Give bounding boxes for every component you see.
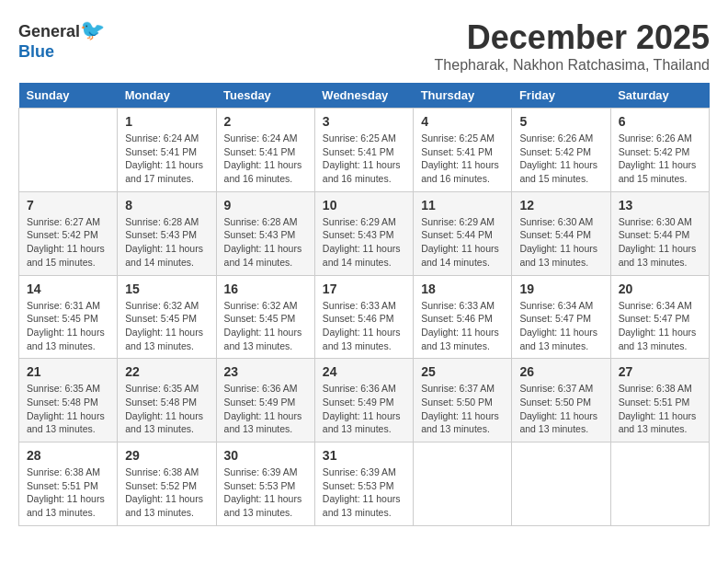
cell-0-2: 2Sunrise: 6:24 AMSunset: 5:41 PMDaylight… [216, 109, 314, 192]
cell-info-3: Sunrise: 6:25 AMSunset: 5:41 PMDaylight:… [323, 132, 405, 186]
day-number-29: 29 [125, 448, 208, 463]
cell-info-13: Sunrise: 6:30 AMSunset: 5:44 PMDaylight:… [619, 215, 701, 270]
cell-4-2: 30Sunrise: 6:39 AMSunset: 5:53 PMDayligh… [216, 442, 314, 526]
day-number-23: 23 [224, 364, 307, 379]
cell-0-1: 1Sunrise: 6:24 AMSunset: 5:41 PMDaylight… [118, 109, 216, 192]
cell-info-31: Sunrise: 6:39 AMSunset: 5:53 PMDaylight:… [323, 465, 405, 520]
cell-4-6 [610, 442, 709, 526]
cell-info-1: Sunrise: 6:24 AMSunset: 5:41 PMDaylight:… [125, 132, 208, 186]
cell-0-0 [19, 109, 118, 192]
cell-info-16: Sunrise: 6:32 AMSunset: 5:45 PMDaylight:… [224, 299, 307, 353]
logo-bird-icon: 🐦 [80, 18, 105, 41]
cell-4-3: 31Sunrise: 6:39 AMSunset: 5:53 PMDayligh… [314, 442, 413, 526]
cell-4-1: 29Sunrise: 6:38 AMSunset: 5:52 PMDayligh… [118, 442, 216, 526]
day-number-22: 22 [125, 364, 208, 379]
logo: General🐦 Blue [18, 18, 105, 62]
cell-info-28: Sunrise: 6:38 AMSunset: 5:51 PMDaylight:… [27, 465, 109, 520]
day-number-18: 18 [421, 282, 504, 296]
cell-info-29: Sunrise: 6:38 AMSunset: 5:52 PMDaylight:… [125, 465, 208, 520]
day-number-27: 27 [619, 364, 701, 379]
cell-info-26: Sunrise: 6:37 AMSunset: 5:50 PMDaylight:… [519, 382, 602, 436]
day-number-4: 4 [421, 114, 504, 129]
cell-info-30: Sunrise: 6:39 AMSunset: 5:53 PMDaylight:… [224, 465, 307, 520]
day-number-1: 1 [125, 114, 208, 129]
day-number-17: 17 [323, 282, 405, 296]
cell-info-14: Sunrise: 6:31 AMSunset: 5:45 PMDaylight:… [27, 299, 109, 353]
cell-1-5: 12Sunrise: 6:30 AMSunset: 5:44 PMDayligh… [512, 191, 610, 275]
cell-2-0: 14Sunrise: 6:31 AMSunset: 5:45 PMDayligh… [19, 275, 118, 359]
day-number-26: 26 [519, 364, 602, 379]
month-title: December 2025 [435, 18, 710, 57]
cell-4-4 [414, 442, 512, 526]
cell-2-4: 18Sunrise: 6:33 AMSunset: 5:46 PMDayligh… [414, 275, 512, 359]
cell-info-10: Sunrise: 6:29 AMSunset: 5:43 PMDaylight:… [323, 215, 405, 270]
logo-general: General [18, 22, 80, 40]
cell-2-1: 15Sunrise: 6:32 AMSunset: 5:45 PMDayligh… [118, 275, 216, 359]
cell-1-6: 13Sunrise: 6:30 AMSunset: 5:44 PMDayligh… [610, 191, 709, 275]
cell-0-4: 4Sunrise: 6:25 AMSunset: 5:41 PMDaylight… [414, 109, 512, 192]
header-tuesday: Tuesday [216, 83, 314, 109]
week-row-1: 7Sunrise: 6:27 AMSunset: 5:42 PMDaylight… [19, 191, 710, 275]
day-number-11: 11 [421, 198, 504, 213]
day-number-21: 21 [27, 364, 109, 379]
cell-1-3: 10Sunrise: 6:29 AMSunset: 5:43 PMDayligh… [314, 191, 413, 275]
cell-info-9: Sunrise: 6:28 AMSunset: 5:43 PMDaylight:… [224, 215, 307, 270]
cell-info-4: Sunrise: 6:25 AMSunset: 5:41 PMDaylight:… [421, 132, 504, 186]
cell-info-7: Sunrise: 6:27 AMSunset: 5:42 PMDaylight:… [27, 215, 109, 270]
day-number-20: 20 [619, 282, 701, 296]
day-number-25: 25 [421, 364, 504, 379]
cell-4-0: 28Sunrise: 6:38 AMSunset: 5:51 PMDayligh… [19, 442, 118, 526]
day-number-7: 7 [27, 198, 109, 213]
day-number-2: 2 [224, 114, 307, 129]
cell-0-3: 3Sunrise: 6:25 AMSunset: 5:41 PMDaylight… [314, 109, 413, 192]
day-number-14: 14 [27, 282, 109, 296]
day-number-30: 30 [224, 448, 307, 463]
week-row-2: 14Sunrise: 6:31 AMSunset: 5:45 PMDayligh… [19, 275, 710, 359]
cell-2-3: 17Sunrise: 6:33 AMSunset: 5:46 PMDayligh… [314, 275, 413, 359]
day-number-10: 10 [323, 198, 405, 213]
cell-3-4: 25Sunrise: 6:37 AMSunset: 5:50 PMDayligh… [414, 359, 512, 442]
cell-1-2: 9Sunrise: 6:28 AMSunset: 5:43 PMDaylight… [216, 191, 314, 275]
header-sunday: Sunday [19, 83, 118, 109]
cell-1-1: 8Sunrise: 6:28 AMSunset: 5:43 PMDaylight… [118, 191, 216, 275]
day-number-19: 19 [519, 282, 602, 296]
calendar-table: Sunday Monday Tuesday Wednesday Thursday… [18, 83, 710, 526]
cell-info-21: Sunrise: 6:35 AMSunset: 5:48 PMDaylight:… [27, 382, 109, 436]
cell-info-17: Sunrise: 6:33 AMSunset: 5:46 PMDaylight:… [323, 299, 405, 353]
cell-info-6: Sunrise: 6:26 AMSunset: 5:42 PMDaylight:… [619, 132, 701, 186]
cell-4-5 [512, 442, 610, 526]
cell-info-15: Sunrise: 6:32 AMSunset: 5:45 PMDaylight:… [125, 299, 208, 353]
week-row-4: 28Sunrise: 6:38 AMSunset: 5:51 PMDayligh… [19, 442, 710, 526]
cell-3-6: 27Sunrise: 6:38 AMSunset: 5:51 PMDayligh… [610, 359, 709, 442]
week-row-3: 21Sunrise: 6:35 AMSunset: 5:48 PMDayligh… [19, 359, 710, 442]
cell-info-24: Sunrise: 6:36 AMSunset: 5:49 PMDaylight:… [323, 382, 405, 436]
cell-1-0: 7Sunrise: 6:27 AMSunset: 5:42 PMDaylight… [19, 191, 118, 275]
cell-info-25: Sunrise: 6:37 AMSunset: 5:50 PMDaylight:… [421, 382, 504, 436]
day-number-13: 13 [619, 198, 701, 213]
day-number-9: 9 [224, 198, 307, 213]
cell-info-8: Sunrise: 6:28 AMSunset: 5:43 PMDaylight:… [125, 215, 208, 270]
header-friday: Friday [512, 83, 610, 109]
day-number-5: 5 [519, 114, 602, 129]
header-thursday: Thursday [414, 83, 512, 109]
cell-info-2: Sunrise: 6:24 AMSunset: 5:41 PMDaylight:… [224, 132, 307, 186]
header-wednesday: Wednesday [314, 83, 413, 109]
cell-3-1: 22Sunrise: 6:35 AMSunset: 5:48 PMDayligh… [118, 359, 216, 442]
day-number-6: 6 [619, 114, 701, 129]
week-row-0: 1Sunrise: 6:24 AMSunset: 5:41 PMDaylight… [19, 109, 710, 192]
logo-blue: Blue [18, 42, 54, 61]
day-number-28: 28 [27, 448, 109, 463]
cell-info-5: Sunrise: 6:26 AMSunset: 5:42 PMDaylight:… [519, 132, 602, 186]
cell-info-23: Sunrise: 6:36 AMSunset: 5:49 PMDaylight:… [224, 382, 307, 436]
header-monday: Monday [118, 83, 216, 109]
title-section: December 2025 Thepharak, Nakhon Ratchasi… [435, 18, 710, 74]
cell-info-11: Sunrise: 6:29 AMSunset: 5:44 PMDaylight:… [421, 215, 504, 270]
cell-info-20: Sunrise: 6:34 AMSunset: 5:47 PMDaylight:… [619, 299, 701, 353]
cell-1-4: 11Sunrise: 6:29 AMSunset: 5:44 PMDayligh… [414, 191, 512, 275]
header-row: Sunday Monday Tuesday Wednesday Thursday… [19, 83, 710, 109]
cell-3-2: 23Sunrise: 6:36 AMSunset: 5:49 PMDayligh… [216, 359, 314, 442]
day-number-24: 24 [323, 364, 405, 379]
cell-info-19: Sunrise: 6:34 AMSunset: 5:47 PMDaylight:… [519, 299, 602, 353]
cell-0-5: 5Sunrise: 6:26 AMSunset: 5:42 PMDaylight… [512, 109, 610, 192]
cell-info-12: Sunrise: 6:30 AMSunset: 5:44 PMDaylight:… [519, 215, 602, 270]
